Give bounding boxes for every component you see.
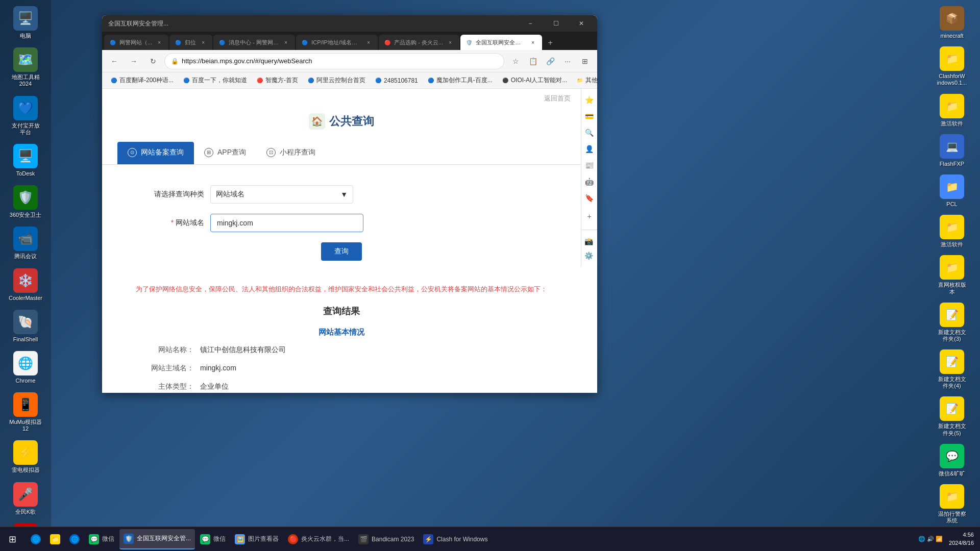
edge-tool-collections[interactable]: ⭐	[582, 93, 597, 107]
edge-tool-wallet[interactable]: 💳	[582, 109, 597, 123]
taskbar-huocloud[interactable]: 🔴 炎火云水群，当...	[284, 529, 353, 549]
taskbar-bandicam[interactable]: 🎬 Bandicam 2023	[354, 529, 418, 549]
browser-tab-3[interactable]: 🔵 消息中心 - 网警网站... ×	[213, 35, 295, 50]
form-row-type: 请选择查询种类 网站域名 ▼	[133, 185, 550, 204]
browser-tab-2[interactable]: 🔵 归位 ×	[169, 35, 212, 50]
form-label-domain: * 网站域名	[133, 218, 204, 228]
folder-newdoc4[interactable]: 📝 新建文档文件夹(4)	[932, 347, 972, 391]
taskbar-imageview-label: 图片查看器	[248, 535, 279, 543]
tab-close-3[interactable]: ×	[282, 38, 290, 46]
tab-close-4[interactable]: ×	[364, 38, 373, 46]
desktop-icon-tools[interactable]: 🗺️ 地图工具精2024	[5, 45, 46, 89]
clock-date: 2024/8/16	[949, 539, 974, 547]
edge-tool-bookmark[interactable]: 🔖	[582, 191, 597, 205]
tab-close-2[interactable]: ×	[199, 38, 207, 46]
edge-tool-screenshot[interactable]: 📸	[581, 234, 596, 248]
edge-tool-copilot[interactable]: 🤖	[582, 174, 597, 189]
browser-content[interactable]: 返回首页 🏠 公共查询 ⊙ 网站备案查询	[102, 89, 597, 393]
tab-miniapp-query[interactable]: ⊡ 小程序查询	[256, 142, 326, 164]
tab-website-query[interactable]: ⊙ 网站备案查询	[117, 142, 194, 164]
taskbar-wechat-2[interactable]: 💬 微信	[196, 529, 230, 549]
bookmark-label-5: 2485106781	[384, 77, 418, 84]
tab-app-query[interactable]: ⊞ APP查询	[194, 142, 256, 164]
form-select-type[interactable]: 网站域名 ▼	[210, 185, 353, 204]
bookmark-baidu-search[interactable]: 🔵 百度一下，你就知道	[179, 74, 251, 87]
desktop-icon-mumu[interactable]: 📱 MuMu模拟器12	[5, 390, 46, 434]
form-label-type: 请选择查询种类	[133, 190, 204, 199]
bookmark-baidu-translate[interactable]: 🔵 百度翻译-200种语...	[106, 74, 178, 87]
app-flashfxp[interactable]: 💻 FlashFXP	[932, 132, 972, 169]
taskbar-edge[interactable]: 🌐	[27, 529, 45, 549]
maximize-button[interactable]: ☐	[544, 15, 568, 32]
query-button[interactable]: 查询	[321, 242, 362, 261]
taskbar-clock[interactable]: 4:56 2024/8/16	[949, 531, 974, 547]
bookmark-oioi[interactable]: ⚫ OIOI-AI人工智能对...	[498, 74, 572, 87]
folder-newdoc5[interactable]: 📝 新建文档文件夹(5)	[932, 394, 972, 438]
folder-newdoc3[interactable]: 📝 新建文档文件夹(3)	[932, 300, 972, 344]
taskbar-wechat-1[interactable]: 💬 微信	[85, 529, 118, 549]
desktop-icon-finalshell[interactable]: 🐚 FinalShell	[5, 308, 46, 345]
minimize-button[interactable]: −	[519, 15, 542, 32]
clock-time: 4:56	[949, 531, 974, 539]
app-wechat-kuang[interactable]: 💬 微信&旷旷	[932, 442, 972, 479]
desktop-icon-tencent[interactable]: 📹 腾讯会议	[5, 224, 46, 262]
taskbar-imageview[interactable]: 🖼️ 图片查看器	[231, 529, 283, 549]
return-button[interactable]: 返回首页	[544, 94, 571, 103]
folder-jihuoruanjian1[interactable]: 📁 激活软件	[932, 92, 972, 129]
back-button[interactable]: ←	[106, 53, 122, 69]
folder-zhiwang[interactable]: 📁 直网枚权版本	[932, 253, 972, 297]
desktop-icon-leidian[interactable]: ⚡ 雷电模拟器	[5, 438, 46, 475]
tab-close-1[interactable]: ×	[155, 38, 163, 46]
edge-tool-news[interactable]: 📰	[582, 158, 597, 172]
bookmark-label-2: 百度一下，你就知道	[192, 76, 247, 85]
new-tab-button[interactable]: +	[543, 36, 557, 50]
folder-jihuoruanjian2[interactable]: 📁 激活软件	[932, 213, 972, 250]
taskbar-ie-icon: 🌐	[69, 534, 80, 544]
taskbar-clash[interactable]: ⚡ Clash for Windows	[419, 529, 492, 549]
edge-tool-search[interactable]: 🔍	[582, 126, 597, 140]
desktop-icon-zhifubao[interactable]: 💙 支付宝开放平台	[5, 94, 46, 138]
address-bar[interactable]: 🔒 https://beian.mps.gov.cn/#/query/webSe…	[164, 53, 504, 69]
desktop-icon-todesk[interactable]: 🖥️ ToDesk	[5, 142, 46, 179]
app-pcl[interactable]: 📁 PCL	[932, 172, 972, 210]
star-button[interactable]: ☆	[507, 53, 524, 69]
domain-input[interactable]	[210, 214, 363, 232]
desktop-icon-quanmin[interactable]: 🎤 全民K歌	[5, 480, 46, 517]
taskbar-beian[interactable]: 🛡️ 全国互联网安全管...	[119, 529, 195, 549]
folder-clash-windows[interactable]: 📁 ClashforWindows0.1...	[932, 44, 972, 88]
bookmark-aliyun[interactable]: 🔵 阿里云控制台首页	[303, 74, 370, 87]
browser-tab-6[interactable]: 🛡️ 全国互联网安全管理... ×	[460, 35, 542, 50]
forward-button[interactable]: →	[126, 53, 142, 69]
desktop-icon-diandian[interactable]: 🖥️ 电脑	[5, 4, 46, 41]
desktop-icon-chrome[interactable]: 🌐 Chrome	[5, 349, 46, 386]
reload-button[interactable]: ↻	[145, 53, 161, 69]
close-button[interactable]: ✕	[570, 15, 593, 32]
folder-minecraft[interactable]: 📦 minecraft	[932, 4, 972, 41]
result-value-domain: mingkj.com	[200, 364, 236, 373]
taskbar-explorer[interactable]: 📁	[46, 529, 64, 549]
tab-close-5[interactable]: ×	[446, 38, 454, 46]
edge-tool-person[interactable]: 👤	[582, 142, 597, 156]
desktop-icon-360[interactable]: 🛡️ 360安全卫士	[5, 183, 46, 220]
bookmark-zhimofang[interactable]: 🔴 智魔方-首页	[252, 74, 302, 87]
bookmark-qq[interactable]: 🔵 2485106781	[371, 74, 422, 87]
taskbar-clash-label: Clash for Windows	[436, 536, 487, 543]
bookmark-icon-8: 📁	[576, 77, 583, 84]
tab-favicon-5: 🔴	[384, 39, 391, 46]
browser-menu-button[interactable]: ···	[559, 53, 576, 69]
browser-tab-4[interactable]: 🔵 ICP/IP地址/域名信息备... ×	[296, 35, 378, 50]
browser-tab-5[interactable]: 🔴 产品选购 - 炎火云... ×	[379, 35, 459, 50]
sidebar-toggle[interactable]: ⊞	[577, 53, 593, 69]
folder-wenpaijingcha[interactable]: 📁 温拍行警察系统	[932, 482, 972, 526]
edge-tool-settings[interactable]: ⚙️	[581, 248, 596, 263]
share-button[interactable]: 🔗	[542, 53, 558, 69]
bookmark-mojia[interactable]: 🔵 魔加创作工具-百度...	[423, 74, 497, 87]
tab-close-6[interactable]: ×	[529, 38, 537, 46]
bookmark-other[interactable]: 📁 其他收藏夹...	[572, 74, 597, 87]
edge-tool-add[interactable]: +	[582, 209, 597, 223]
desktop-icon-coolermaster[interactable]: ❄️ CoolerMaster	[5, 266, 46, 304]
start-button[interactable]: ⊞	[0, 527, 24, 552]
browser-tab-1[interactable]: 🔵 网警网站（... ×	[104, 35, 168, 50]
collections-button[interactable]: 📋	[525, 53, 541, 69]
taskbar-ie[interactable]: 🌐	[65, 529, 84, 549]
